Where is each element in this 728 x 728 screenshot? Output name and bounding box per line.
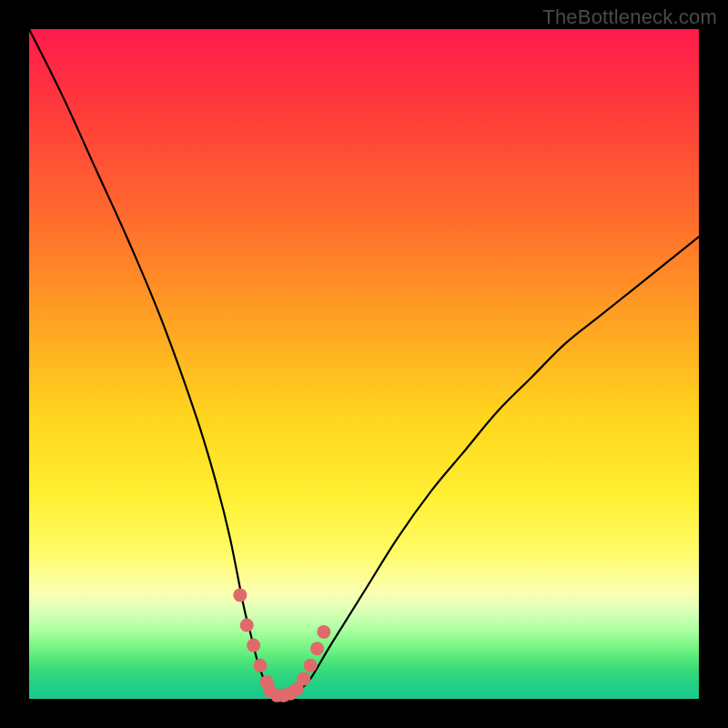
curve-svg (29, 29, 699, 699)
marker-dot (317, 625, 330, 639)
marker-dot (310, 642, 324, 655)
marker-group (233, 588, 330, 702)
marker-dot (304, 659, 318, 672)
marker-dot (233, 588, 247, 602)
plot-area (29, 29, 699, 699)
marker-dot (240, 619, 254, 632)
marker-dot (247, 639, 260, 652)
marker-dot (253, 659, 267, 672)
bottleneck-curve (29, 29, 699, 700)
watermark-text: TheBottleneck.com (542, 5, 717, 29)
chart-frame: TheBottleneck.com (0, 0, 728, 728)
marker-dot (297, 672, 310, 685)
